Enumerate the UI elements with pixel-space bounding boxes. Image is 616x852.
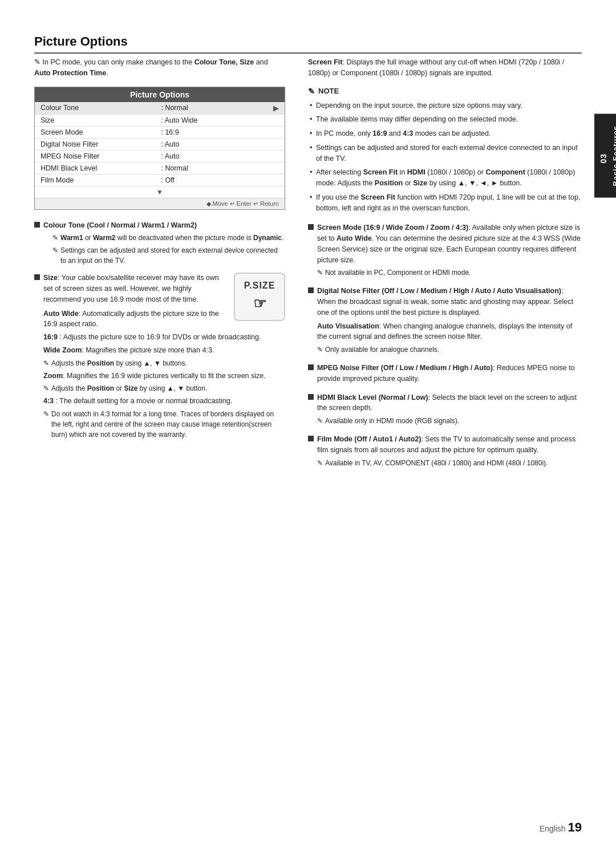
note-header: ✎ NOTE (308, 87, 582, 96)
table-cell-arrow (259, 138, 285, 150)
note-list: Depending on the input source, the pictu… (308, 100, 582, 214)
section-content: HDMI Black Level (Normal / Low): Selects… (317, 392, 582, 427)
sidebar-tab: 03 Basic Features (594, 114, 616, 198)
right-column: Screen Fit: Displays the full image with… (308, 57, 582, 476)
table-header: Picture Options (35, 87, 285, 102)
options-table: Colour Tone : Normal ▶ Size : Auto Wide … (35, 102, 285, 198)
page-container: 03 Basic Features Picture Options ✎ In P… (0, 0, 616, 852)
section-content: Screen Mode (16:9 / Wide Zoom / Zoom / 4… (317, 222, 582, 278)
square-bullet-icon (308, 364, 314, 370)
chapter-title: Basic Features (611, 125, 616, 186)
pencil-icon: ✎ (52, 233, 58, 243)
table-row-down-arrow: ▼ (35, 186, 285, 198)
square-bullet-icon (34, 222, 40, 228)
psize-label: P.SIZE (244, 279, 275, 293)
list-item: The available items may differ depending… (308, 114, 582, 125)
note-indent: ✎ Not available in PC, Component or HDMI… (317, 267, 582, 278)
table-row: MPEG Noise Filter : Auto (35, 150, 285, 162)
bullet-item: MPEG Noise Filter (Off / Low / Medium / … (308, 363, 582, 384)
sub-item: Zoom: Magnifies the 16:9 wide pictures v… (43, 371, 285, 382)
table-cell-name: MPEG Noise Filter (35, 150, 155, 162)
table-cell-name: Film Mode (35, 174, 155, 186)
note-text: Available in TV, AV, COMPONENT (480i / 1… (325, 458, 548, 468)
content-area: ✎ In PC mode, you can only make changes … (34, 57, 582, 476)
pencil-icon: ✎ (43, 383, 49, 393)
section-title: Screen Mode (16:9 / Wide Zoom / Zoom / 4… (317, 224, 468, 232)
table-cell-value: : 16:9 (155, 126, 258, 138)
note-indent: ✎ Available in TV, AV, COMPONENT (480i /… (317, 458, 582, 468)
note-title: NOTE (318, 87, 339, 95)
screen-fit-intro: Screen Fit: Displays the full image with… (308, 57, 582, 79)
list-item: Settings can be adjusted and stored for … (308, 143, 582, 164)
pencil-icon: ✎ (52, 245, 58, 255)
note-text: Adjusts the Position by using ▲, ▼ butto… (51, 358, 187, 368)
section-digital-noise: Digital Noise Filter (Off / Low / Medium… (308, 286, 582, 355)
table-row: Colour Tone : Normal ▶ (35, 102, 285, 115)
pencil-icon: ✎ (43, 409, 49, 419)
section-content: Size: Your cable box/satellite receiver … (43, 273, 225, 305)
table-row: Size : Auto Wide (35, 114, 285, 126)
bullet-item: Size: Your cable box/satellite receiver … (34, 273, 225, 305)
table-cell-arrow (259, 114, 285, 126)
sub-item: 16:9 : Adjusts the picture size to 16:9 … (43, 332, 285, 343)
table-cell-arrow (259, 150, 285, 162)
table-cell-name: Size (35, 114, 155, 126)
note-text: Do not watch in 4:3 format for a long ti… (51, 409, 285, 440)
table-cell-value: : Auto Wide (155, 114, 258, 126)
pencil-icon: ✎ (34, 58, 40, 66)
pencil-icon: ✎ (317, 416, 323, 426)
pencil-icon: ✎ (317, 458, 323, 468)
pencil-icon: ✎ (43, 358, 49, 368)
note-indent: ✎ Adjusts the Position or Size by using … (43, 383, 285, 393)
section-title: Digital Noise Filter (Off / Low / Medium… (317, 287, 561, 295)
list-item: In PC mode, only 16:9 and 4:3 modes can … (308, 128, 582, 139)
square-bullet-icon (308, 394, 314, 400)
section-title: HDMI Black Level (Normal / Low) (317, 393, 428, 401)
note-text: Not available in PC, Component or HDMI m… (325, 267, 471, 278)
sub-item: 4:3 : The default setting for a movie or… (43, 396, 285, 407)
note-pencil-icon: ✎ (308, 87, 315, 96)
table-cell-arrow (259, 174, 285, 186)
list-item: After selecting Screen Fit in HDMI (1080… (308, 167, 582, 189)
square-bullet-icon (308, 224, 314, 230)
section-text: : Your cable box/satellite receiver may … (43, 274, 219, 303)
note-text: Available only in HDMI mode (RGB signals… (325, 416, 459, 426)
note-text: Settings can be adjusted and stored for … (60, 245, 285, 266)
section-hdmi-black: HDMI Black Level (Normal / Low): Selects… (308, 392, 582, 427)
section-content: MPEG Noise Filter (Off / Low / Medium / … (317, 363, 582, 384)
table-cell-arrow (259, 162, 285, 174)
section-title: Colour Tone (Cool / Normal / Warm1 / War… (43, 221, 197, 229)
note-text: Adjusts the Position or Size by using ▲,… (51, 383, 207, 393)
square-bullet-icon (34, 274, 40, 280)
section-title: MPEG Noise Filter (Off / Low / Medium / … (317, 364, 493, 372)
footer-language: English (540, 824, 566, 833)
note-section: ✎ NOTE Depending on the input source, th… (308, 87, 582, 214)
section-title: Film Mode (Off / Auto1 / Auto2) (317, 435, 421, 443)
bullet-item: Film Mode (Off / Auto1 / Auto2): Sets th… (308, 434, 582, 468)
table-row: Digital Noise Filter : Auto (35, 138, 285, 150)
square-bullet-icon (308, 436, 314, 441)
page-number: 19 (568, 820, 582, 834)
table-cell-name: Screen Mode (35, 126, 155, 138)
table-row: Screen Mode : 16:9 (35, 126, 285, 138)
square-bullet-icon (308, 287, 314, 293)
chapter-number: 03 (599, 153, 608, 163)
psize-image: P.SIZE ☞ (234, 273, 285, 321)
note-indent: ✎ Adjusts the Position by using ▲, ▼ but… (43, 358, 285, 368)
down-arrow-cell: ▼ (35, 186, 285, 198)
table-cell-value: : Off (155, 174, 258, 186)
picture-options-table-wrapper: Picture Options Colour Tone : Normal ▶ S… (34, 87, 285, 210)
table-cell-name: HDMI Black Level (35, 162, 155, 174)
section-colour-tone: Colour Tone (Cool / Normal / Warm1 / War… (34, 220, 285, 266)
psize-hand-icon: ☞ (253, 293, 266, 315)
note-indent: ✎ Do not watch in 4:3 format for a long … (43, 409, 285, 440)
intro-text: In PC mode, you can only make changes to… (34, 58, 268, 77)
table-cell-arrow: ▶ (259, 102, 285, 115)
note-indent: ✎ Warm1 or Warm2 will be deactivated whe… (52, 233, 285, 243)
table-cell-value: : Auto (155, 150, 258, 162)
bullet-item: Digital Noise Filter (Off / Low / Medium… (308, 286, 582, 355)
size-sub-items: Auto Wide: Automatically adjusts the pic… (43, 309, 285, 440)
left-column: ✎ In PC mode, you can only make changes … (34, 57, 285, 476)
pencil-icon: ✎ (317, 344, 323, 355)
bullet-item: HDMI Black Level (Normal / Low): Selects… (308, 392, 582, 427)
